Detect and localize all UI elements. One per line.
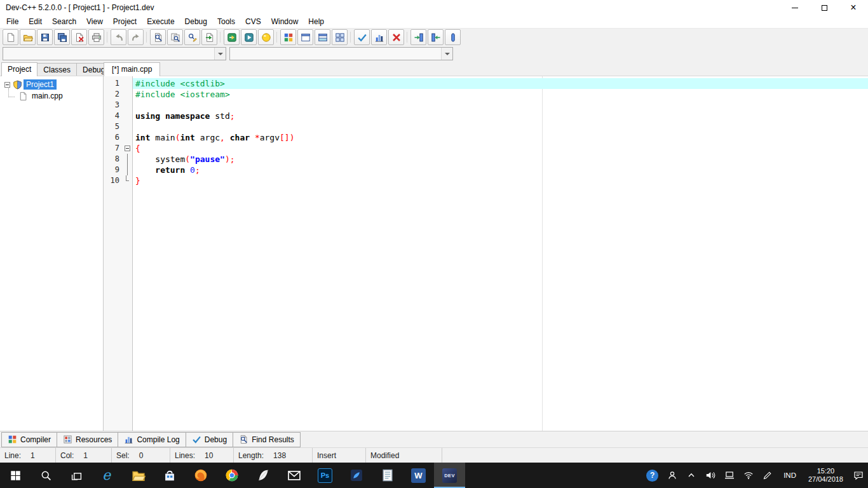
tree-item-maincpp[interactable]: main.cpp (29, 91, 65, 101)
menu-window[interactable]: Window (266, 16, 304, 27)
dev-cpp-taskbar-button[interactable]: DEV (434, 463, 465, 488)
start-button[interactable] (0, 463, 31, 488)
close-button[interactable] (839, 0, 868, 15)
prev-bookmark-button[interactable] (410, 29, 426, 45)
fold-column (122, 100, 133, 111)
panel-tab-project[interactable]: Project (1, 62, 37, 76)
new-project-button[interactable] (280, 29, 296, 45)
chevron-down-icon[interactable] (441, 48, 452, 60)
code-line[interactable]: 5 (104, 121, 868, 132)
menu-tools[interactable]: Tools (212, 16, 240, 27)
code-line[interactable]: 8 system("pause"); (104, 154, 868, 165)
split-view-button[interactable] (315, 29, 330, 45)
bottom-tab-compiler[interactable]: Compiler (1, 432, 57, 447)
menu-execute[interactable]: Execute (142, 16, 179, 27)
save-button[interactable] (37, 29, 53, 45)
bottom-tab-compile-log[interactable]: Compile Log (118, 432, 186, 447)
bottom-tab-find-results[interactable]: Find Results (233, 432, 301, 447)
help-tray-button[interactable]: ? (642, 463, 663, 488)
clock[interactable]: 15:20 27/04/2018 (803, 463, 849, 488)
find-in-files-button[interactable] (167, 29, 183, 45)
menu-help[interactable]: Help (303, 16, 329, 27)
code-line[interactable]: 2#include <iostream> (104, 89, 868, 100)
class-browser-combo[interactable] (229, 47, 453, 60)
firefox-taskbar-button[interactable] (185, 463, 216, 488)
goto-line-button[interactable] (201, 29, 217, 45)
line-number: 9 (104, 165, 122, 175)
undo-icon (114, 32, 124, 43)
tray-expand-button[interactable] (682, 463, 701, 488)
profile-button[interactable] (371, 29, 387, 45)
save-all-button[interactable] (54, 29, 70, 45)
code-line[interactable]: 7{ (104, 143, 868, 154)
tree-item-project1[interactable]: Project1 (24, 79, 57, 90)
menu-view[interactable]: View (81, 16, 108, 27)
code-line[interactable]: 4using namespace std; (104, 111, 868, 121)
close-file-button[interactable] (71, 29, 87, 45)
compiler-combo[interactable] (3, 47, 226, 60)
resources-icon (63, 435, 72, 444)
store-taskbar-button[interactable] (154, 463, 185, 488)
notes-taskbar-button[interactable] (247, 463, 278, 488)
action-center-button[interactable] (849, 463, 868, 488)
task-view-button[interactable] (61, 463, 92, 488)
abort-compile-button[interactable] (388, 29, 404, 45)
language-indicator[interactable]: IND (777, 463, 803, 488)
next-bookmark-button[interactable] (428, 29, 444, 45)
mail-taskbar-button[interactable] (278, 463, 309, 488)
code-line[interactable]: 10} (104, 175, 868, 186)
window-grid-button[interactable] (332, 29, 348, 45)
pause-program-button[interactable] (445, 29, 461, 45)
menu-project[interactable]: Project (108, 16, 142, 27)
volume-button[interactable] (701, 463, 720, 488)
find-button[interactable] (150, 29, 166, 45)
network-button[interactable] (739, 463, 758, 488)
undo-button[interactable] (111, 29, 126, 45)
notepad-taskbar-button[interactable] (372, 463, 403, 488)
compile-button[interactable] (224, 29, 240, 45)
maximize-button[interactable] (810, 0, 839, 15)
minimize-button[interactable] (780, 0, 810, 15)
fold-collapse-icon[interactable] (125, 146, 130, 151)
syntax-check-button[interactable] (354, 29, 370, 45)
status-value: 1 (83, 451, 88, 460)
redo-button[interactable] (128, 29, 144, 45)
taskbar-apps: ePsWDEV (92, 463, 465, 488)
photoshop-taskbar-button[interactable]: Ps (309, 463, 341, 488)
menu-search[interactable]: Search (47, 16, 81, 27)
line-number: 8 (104, 154, 122, 165)
taskbar-search-button[interactable] (31, 463, 61, 488)
open-file-button[interactable] (20, 29, 36, 45)
print-button[interactable] (88, 29, 104, 45)
photos-taskbar-button[interactable] (341, 463, 372, 488)
chrome-taskbar-button[interactable] (216, 463, 247, 488)
file-explorer-taskbar-button[interactable] (123, 463, 154, 488)
bottom-tab-resources[interactable]: Resources (57, 432, 118, 447)
tree-collapse-icon[interactable] (4, 82, 10, 88)
tree-row-project[interactable]: Project1 (0, 79, 103, 90)
tree-row-maincpp[interactable]: main.cpp (0, 90, 103, 102)
window-view-button[interactable] (297, 29, 313, 45)
code-line[interactable]: 9 return 0; (104, 165, 868, 175)
panel-tab-classes[interactable]: Classes (37, 63, 77, 76)
menu-cvs[interactable]: CVS (240, 16, 266, 27)
code-line[interactable]: 1#include <cstdlib> (104, 78, 868, 89)
bottom-tab-debug[interactable]: Debug (186, 432, 233, 447)
run-button[interactable] (241, 29, 257, 45)
menu-debug[interactable]: Debug (180, 16, 212, 27)
menu-edit[interactable]: Edit (24, 16, 47, 27)
word-taskbar-button[interactable]: W (403, 463, 434, 488)
edge-taskbar-button[interactable]: e (92, 463, 123, 488)
battery-button[interactable] (720, 463, 739, 488)
menu-file[interactable]: File (1, 16, 24, 27)
replace-button[interactable] (184, 29, 200, 45)
chevron-down-icon[interactable] (214, 48, 226, 60)
code-line[interactable]: 3 (104, 100, 868, 111)
new-source-button[interactable] (3, 29, 18, 45)
code-editor[interactable]: 1#include <cstdlib>2#include <iostream>3… (104, 76, 868, 431)
compile-and-run-button[interactable] (258, 29, 274, 45)
code-line[interactable]: 6int main(int argc, char *argv[]) (104, 132, 868, 143)
pen-button[interactable] (758, 463, 777, 488)
editor-tab-maincpp[interactable]: [*] main.cpp (104, 62, 160, 76)
people-tray-button[interactable] (663, 463, 682, 488)
